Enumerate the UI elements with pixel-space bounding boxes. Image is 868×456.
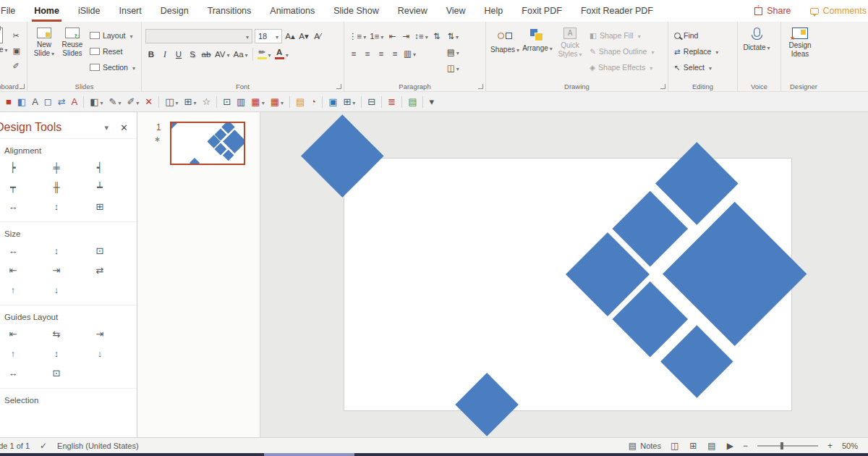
align-bottom[interactable]: ┷: [91, 180, 109, 193]
menu-tab-insert[interactable]: Insert: [109, 0, 150, 22]
combine-shapes-tool[interactable]: ⊞: [182, 94, 200, 110]
guide-middle[interactable]: ↕: [48, 347, 65, 360]
dialog-launcher[interactable]: [660, 84, 665, 89]
align-top[interactable]: ┯: [4, 180, 22, 193]
menu-tab-foxit-pdf[interactable]: Foxit PDF: [512, 0, 571, 22]
align-left-button[interactable]: ≡: [348, 46, 359, 60]
numbering-button[interactable]: 1≡: [369, 29, 384, 43]
decrease-font-size-button[interactable]: A▾: [298, 30, 310, 43]
cut-button[interactable]: ✂: [10, 29, 23, 42]
guide-bottom[interactable]: ↓: [91, 347, 109, 360]
bullets-button[interactable]: ⋮≡: [348, 29, 367, 43]
menu-tab-file[interactable]: File: [0, 0, 25, 22]
menu-tab-design[interactable]: Design: [151, 0, 198, 22]
menu-tab-islide[interactable]: iSlide: [69, 0, 110, 22]
layout-button[interactable]: Layout: [88, 28, 137, 43]
quick-styles-button[interactable]: A Quick Styles: [555, 25, 585, 80]
list-tool[interactable]: ≣: [385, 94, 399, 110]
guide-top[interactable]: ↑: [4, 347, 22, 360]
dialog-launcher[interactable]: [478, 84, 483, 89]
font-color-tool[interactable]: A: [69, 94, 81, 110]
underline-button[interactable]: U: [173, 47, 184, 61]
stretch-bottom[interactable]: ↓: [48, 283, 65, 296]
guide-left[interactable]: ⇤: [4, 327, 22, 340]
justify-button[interactable]: ≡: [389, 46, 401, 60]
paste-button[interactable]: Paste: [0, 25, 8, 80]
merge-shapes-tool[interactable]: ◫: [162, 94, 181, 110]
strikethrough-button[interactable]: ab: [200, 47, 212, 61]
timer-tool[interactable]: ◔: [307, 94, 319, 110]
sort-button[interactable]: ⇅: [431, 29, 443, 43]
stretch-left[interactable]: ⇤: [4, 263, 22, 276]
align-center-horizontal[interactable]: ╪: [48, 161, 65, 174]
slide-shape-diamond-5[interactable]: [663, 202, 807, 347]
guide-center-vertical[interactable]: ⇆: [48, 327, 65, 340]
convert-smartart-button[interactable]: ◫: [446, 61, 460, 75]
align-left[interactable]: ┝: [4, 161, 22, 174]
share-button[interactable]: Share: [754, 6, 791, 16]
table-tool[interactable]: ⊞: [340, 94, 358, 110]
shapes-button[interactable]: Shapes: [490, 25, 520, 80]
islide-theme-swatch[interactable]: ■: [3, 94, 14, 110]
lock-aspect-ratio[interactable]: ⊡: [91, 244, 109, 257]
slide-thumbnail[interactable]: [170, 122, 245, 165]
change-case-button[interactable]: Aa: [233, 47, 249, 61]
clear-formatting-button[interactable]: A∕: [312, 30, 323, 43]
guide-grid[interactable]: ⊡: [48, 366, 65, 379]
align-right[interactable]: ┥: [91, 161, 109, 174]
increase-font-size-button[interactable]: A▴: [284, 30, 296, 43]
favorite-star-tool[interactable]: ☆: [200, 94, 214, 110]
distribute-vertical[interactable]: ↕: [48, 200, 65, 213]
format-painter-button[interactable]: ✐: [10, 59, 23, 72]
smart-grid-tool[interactable]: ▦: [268, 94, 286, 110]
line-spacing-button[interactable]: ↕≡: [414, 29, 428, 43]
increase-indent-button[interactable]: ⇥: [400, 29, 412, 43]
align-text-button[interactable]: ▤: [446, 45, 460, 59]
zoom-level[interactable]: 50%: [842, 442, 858, 450]
menu-tab-foxit-reader-pdf[interactable]: Foxit Reader PDF: [571, 0, 663, 22]
new-slide-button[interactable]: New Slide: [31, 25, 57, 80]
zoom-out-button[interactable]: −: [743, 441, 748, 451]
text-box-tool[interactable]: A: [29, 94, 41, 110]
align-center-button[interactable]: ≡: [362, 46, 373, 60]
font-name-combobox[interactable]: [145, 29, 252, 43]
slide-shape-diamond-8[interactable]: [455, 373, 519, 436]
outline-pen-tool[interactable]: ✎: [106, 94, 124, 110]
guide-margins[interactable]: ↔: [4, 366, 22, 379]
section-button[interactable]: Section: [88, 60, 137, 75]
delete-tool[interactable]: ✕: [142, 94, 156, 110]
italic-button[interactable]: I: [159, 47, 171, 61]
columns-button[interactable]: ▥: [403, 46, 417, 60]
shape-gallery-tool[interactable]: ◻: [41, 94, 55, 110]
slideshow-view-button[interactable]: ▶: [727, 441, 733, 451]
replace-button[interactable]: ⇄ Replace: [672, 44, 720, 59]
menu-tab-help[interactable]: Help: [475, 0, 513, 22]
chevron-down-icon[interactable]: ▾: [105, 123, 109, 132]
stretch-top[interactable]: ↑: [4, 283, 22, 296]
folder-tool[interactable]: ▤: [405, 94, 420, 110]
swap-tool[interactable]: ⇄: [55, 94, 69, 110]
layers-tool[interactable]: ▤: [293, 94, 307, 110]
color-grid-tool[interactable]: ▦: [248, 94, 267, 110]
color-palette-tool[interactable]: ◧: [14, 94, 29, 110]
guide-right[interactable]: ⇥: [91, 327, 109, 340]
copy-button[interactable]: ▣: [10, 44, 23, 57]
text-highlight-button[interactable]: ✏: [257, 47, 272, 61]
design-ideas-button[interactable]: Design Ideas: [785, 25, 815, 80]
text-direction-button[interactable]: ⇅: [446, 29, 460, 43]
dictate-button[interactable]: Dictate: [741, 25, 772, 80]
dialog-launcher[interactable]: [20, 84, 25, 89]
position-tool[interactable]: ⊟: [365, 94, 378, 110]
align-right-button[interactable]: ≡: [375, 46, 387, 60]
slide-sorter-view-button[interactable]: ⊞: [689, 441, 697, 451]
chart-tool[interactable]: ▥: [234, 94, 248, 110]
menu-tab-review[interactable]: Review: [388, 0, 437, 22]
stretch-right[interactable]: ⇥: [48, 263, 65, 276]
toolbar-overflow[interactable]: ▾: [426, 94, 437, 110]
text-shadow-button[interactable]: S: [187, 47, 198, 61]
menu-tab-home[interactable]: Home: [25, 0, 69, 22]
editing-canvas[interactable]: [260, 112, 868, 437]
crop-tool[interactable]: ⊡: [220, 94, 234, 110]
slide-shape-diamond-1[interactable]: [301, 114, 383, 197]
font-size-combobox[interactable]: 18: [255, 29, 282, 43]
